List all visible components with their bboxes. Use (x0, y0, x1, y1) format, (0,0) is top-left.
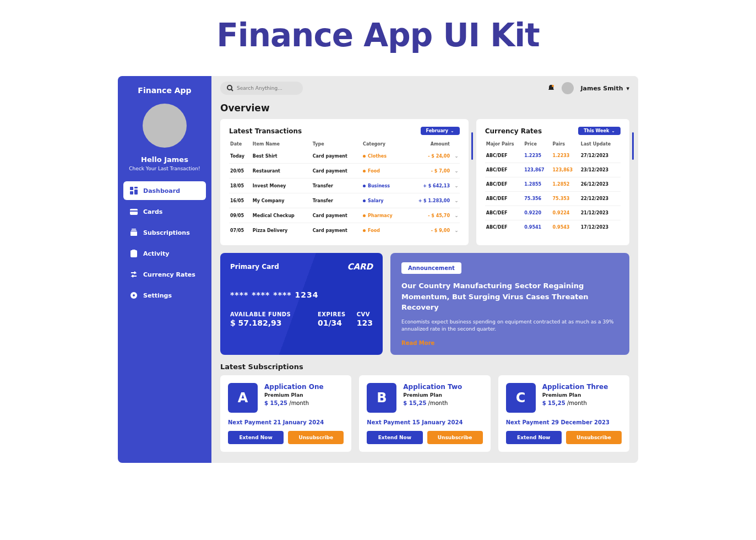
search[interactable] (220, 82, 303, 95)
chevron-down-icon[interactable]: ⌄ (454, 198, 459, 203)
cvv-label: CVV (357, 311, 373, 317)
svg-rect-7 (131, 230, 137, 231)
svg-rect-8 (132, 229, 136, 230)
dashboard-icon (130, 187, 138, 195)
th-pair: Major Pairs (485, 139, 524, 149)
th-name: Item Name (252, 139, 312, 149)
svg-rect-3 (130, 191, 133, 195)
rates-filter-label: This Week (584, 128, 609, 133)
card-label: Primary Card (230, 263, 279, 271)
sub-next: Next Payment 15 January 2024 (367, 419, 482, 425)
extend-button[interactable]: Extend Now (367, 431, 422, 444)
nav-label: Subscriptions (143, 229, 190, 236)
page-title: Finance App UI Kit (0, 17, 756, 54)
rates-table: Major Pairs Price Pairs Last Update ABC/… (485, 139, 621, 234)
unsubscribe-button[interactable]: Unsubscribe (427, 431, 483, 444)
subscription-card: AApplication OnePremium Plan$ 15,25 /mon… (220, 375, 351, 452)
sidebar: Finance App Hello James Check Your Last … (118, 76, 211, 463)
nav-currency-rates[interactable]: Currency Rates (123, 265, 206, 284)
nav-cards[interactable]: Cards (123, 202, 206, 221)
rate-row: ABC/DEF123,867123,86323/12/2023 (485, 163, 621, 177)
user-avatar (562, 82, 574, 94)
svg-point-13 (227, 85, 232, 90)
user-name: James Smith (580, 85, 623, 92)
sub-price: $ 15,25 /month (264, 400, 324, 406)
user-menu[interactable]: James Smith ▾ (580, 85, 629, 92)
nav: Dashboard Cards Subscriptions Activity C… (118, 181, 211, 307)
gear-icon (130, 291, 138, 299)
transactions-filter-label: February (426, 128, 449, 133)
transaction-row[interactable]: TodayBest ShirtCard paymentClothes- $ 24… (229, 149, 460, 164)
th-type: Type (312, 139, 362, 149)
app-icon: B (367, 383, 396, 413)
svg-rect-2 (134, 190, 138, 195)
overview-heading: Overview (220, 102, 629, 114)
transaction-row[interactable]: 09/05Medical CheckupCard paymentPharmacy… (229, 208, 460, 223)
announcement-headline: Our Country Manufacturing Sector Regaini… (401, 280, 618, 313)
transactions-title: Latest Transactions (229, 127, 302, 135)
search-input[interactable] (237, 85, 296, 91)
chevron-down-icon[interactable]: ⌄ (454, 213, 459, 218)
cvv-value: 123 (357, 318, 373, 327)
chevron-down-icon[interactable]: ⌄ (454, 153, 459, 159)
rate-row: ABC/DEF75.35675.35322/12/2023 (485, 192, 621, 206)
unsubscribe-button[interactable]: Unsubscribe (566, 431, 622, 444)
transaction-row[interactable]: 07/05Pizza DeliveryCard paymentFood- $ 9… (229, 223, 460, 238)
th-pairs: Pairs (552, 139, 580, 149)
chevron-down-icon[interactable]: ⌄ (454, 183, 459, 188)
topbar: James Smith ▾ (211, 76, 638, 100)
svg-rect-1 (134, 187, 138, 188)
subscription-card: CApplication ThreePremium Plan$ 15,25 /m… (498, 375, 629, 452)
subscription-card: BApplication TwoPremium Plan$ 15,25 /mon… (359, 375, 490, 452)
nav-label: Dashboard (143, 187, 180, 195)
nav-dashboard[interactable]: Dashboard (123, 181, 206, 200)
announcement-body: Economists expect business spending on e… (401, 318, 618, 333)
nav-activity[interactable]: Activity (123, 244, 206, 263)
search-icon (227, 85, 233, 91)
card-brand: CARD (347, 262, 373, 272)
transactions-filter[interactable]: February ⌄ (421, 127, 460, 135)
subscriptions-heading: Latest Subscriptions (220, 363, 629, 371)
rates-filter[interactable]: This Week ⌄ (578, 127, 621, 135)
nav-label: Currency Rates (143, 271, 195, 278)
rate-row: ABC/DEF1.28551.285226/12/2023 (485, 177, 621, 192)
transaction-row[interactable]: 18/05Invest MoneyTransferBusiness+ $ 642… (229, 179, 460, 193)
rate-row: ABC/DEF0.95410.954317/12/2023 (485, 220, 621, 235)
sub-plan: Premium Plan (264, 392, 324, 398)
exchange-icon (130, 271, 138, 278)
sub-next: Next Payment 21 January 2024 (228, 419, 344, 425)
rates-panel: Currency Rates This Week ⌄ Major Pairs P… (476, 119, 629, 245)
transaction-row[interactable]: 16/05My CompanyTransferSalary+ $ 1.283,0… (229, 193, 460, 208)
nav-label: Cards (143, 208, 162, 215)
unsubscribe-button[interactable]: Unsubscribe (288, 431, 344, 444)
sub-plan: Premium Plan (542, 392, 608, 398)
chevron-down-icon[interactable]: ⌄ (454, 168, 459, 174)
svg-rect-4 (130, 209, 138, 215)
card-number: **** **** **** 1234 (230, 290, 373, 299)
th-category: Category (362, 139, 405, 149)
chevron-down-icon: ▾ (626, 85, 629, 92)
chevron-down-icon[interactable]: ⌄ (454, 228, 459, 233)
sub-name: Application Two (403, 383, 462, 391)
svg-rect-10 (132, 250, 135, 251)
extend-button[interactable]: Extend Now (228, 431, 284, 444)
funds-label: AVAILABLE FUNDS (230, 311, 291, 317)
transactions-panel: Latest Transactions February ⌄ Date Item… (220, 119, 469, 245)
transaction-row[interactable]: 20/05RestaurantCard paymentFood- $ 7,00⌄ (229, 164, 460, 179)
extend-button[interactable]: Extend Now (506, 431, 562, 444)
sub-next: Next Payment 29 December 2023 (506, 419, 622, 425)
sidebar-title: Finance App (138, 86, 191, 95)
rate-row: ABC/DEF0.92200.922421/12/2023 (485, 206, 621, 220)
rate-row: ABC/DEF1.22351.223327/12/2023 (485, 149, 621, 163)
bell-icon[interactable] (547, 84, 555, 92)
avatar (143, 104, 187, 148)
nav-label: Settings (143, 292, 172, 299)
subscriptions-icon (130, 229, 138, 236)
svg-rect-6 (130, 231, 137, 236)
app-icon: A (228, 383, 258, 413)
read-more-link[interactable]: Read More (401, 340, 618, 346)
svg-point-15 (552, 85, 554, 87)
svg-rect-5 (130, 210, 138, 212)
nav-subscriptions[interactable]: Subscriptions (123, 223, 206, 242)
nav-settings[interactable]: Settings (123, 286, 206, 305)
